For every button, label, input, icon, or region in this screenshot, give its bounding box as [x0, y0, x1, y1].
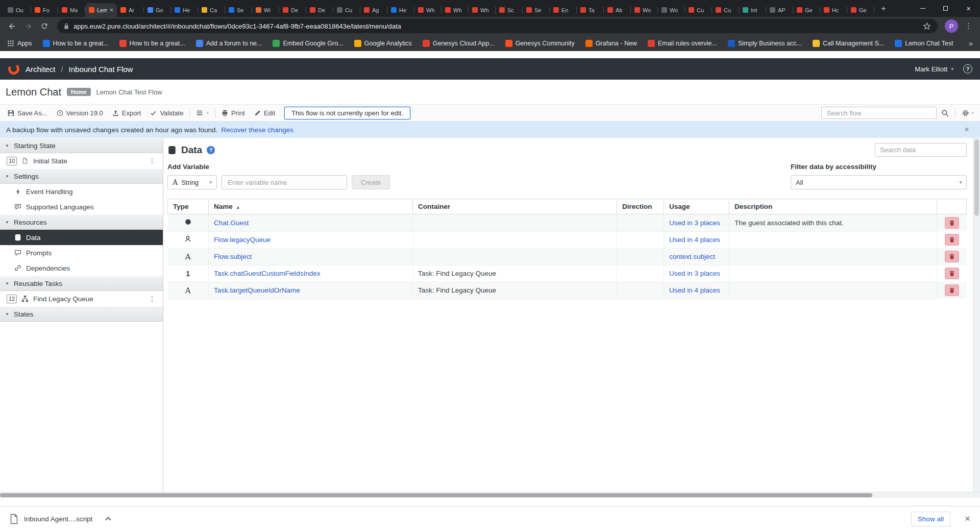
window-close-button[interactable]: ×	[957, 0, 980, 17]
browser-tab[interactable]: Fo	[31, 3, 58, 17]
browser-tab[interactable]: Ma	[58, 3, 85, 17]
bookmark-item[interactable]: Genesys Community	[505, 40, 575, 47]
window-minimize-button[interactable]	[911, 0, 934, 17]
horizontal-scrollbar[interactable]	[0, 492, 980, 498]
export-button[interactable]: Export	[108, 105, 146, 121]
validate-button[interactable]: Validate	[145, 105, 188, 121]
browser-menu-icon[interactable]: ⋮	[961, 21, 976, 31]
sidebar-section-header[interactable]: ▼ States	[0, 306, 163, 322]
print-button[interactable]: Print	[217, 105, 250, 121]
browser-tab[interactable]: Lemon Chat Test Flow ×	[85, 3, 117, 17]
bookmarks-overflow-icon[interactable]: »	[969, 39, 973, 47]
usage-link[interactable]: Used in 3 places	[669, 219, 720, 227]
column-header[interactable]: Type	[168, 199, 209, 214]
chevron-up-icon[interactable]	[106, 517, 111, 522]
download-item[interactable]: Inbound Agent....script	[10, 514, 110, 524]
help-icon[interactable]: ?	[963, 64, 972, 74]
bookmark-item[interactable]: How to be a great...	[119, 40, 185, 47]
browser-tab[interactable]: Wi	[252, 3, 279, 17]
delete-variable-button[interactable]	[945, 268, 959, 279]
show-all-button[interactable]: Show all	[911, 512, 950, 526]
sidebar-item[interactable]: 10 Initial State ⋮	[0, 153, 163, 168]
column-header[interactable]: Container	[413, 199, 617, 214]
bookmark-item[interactable]: Add a forum to ne...	[196, 40, 262, 47]
horizontal-scrollbar-thumb[interactable]	[0, 493, 872, 497]
usage-link[interactable]: Used in 4 places	[669, 286, 720, 294]
bookmark-item[interactable]: Genesys Cloud App...	[423, 40, 495, 47]
window-maximize-button[interactable]	[934, 0, 957, 17]
browser-tab[interactable]: Ge	[847, 3, 874, 17]
bookmark-item[interactable]: Grafana - New	[585, 40, 637, 47]
browser-tab[interactable]: He	[387, 3, 414, 17]
item-menu-icon[interactable]: ⋮	[149, 157, 158, 165]
settings-dropdown[interactable]: ▾	[962, 109, 974, 117]
sidebar-item[interactable]: Event Handling	[0, 184, 163, 199]
create-variable-button[interactable]: Create	[352, 175, 390, 189]
save-as-button[interactable]: Save As...	[3, 105, 52, 121]
browser-tab[interactable]: Wh	[469, 3, 496, 17]
bookmark-item[interactable]: Simply Business acc...	[728, 40, 802, 47]
column-header[interactable]: Name▲	[209, 199, 413, 214]
browser-tab[interactable]: AP	[766, 3, 793, 17]
downloads-close-icon[interactable]: ×	[965, 513, 970, 524]
browser-tab[interactable]: Ag	[360, 3, 387, 17]
usage-link[interactable]: context.subject	[669, 253, 715, 260]
data-help-icon[interactable]: ?	[207, 146, 215, 154]
sidebar-section-header[interactable]: ▼ Reusable Tasks	[0, 276, 163, 291]
variable-name-link[interactable]: Flow.legacyQueue	[214, 236, 271, 244]
column-header[interactable]: Description	[729, 199, 937, 214]
bookmark-item[interactable]: Email rules overvie...	[648, 40, 717, 47]
browser-tab[interactable]: Ar	[117, 3, 144, 17]
browser-tab[interactable]: Cu	[333, 3, 360, 17]
bookmark-item[interactable]: Apps	[7, 40, 32, 47]
browser-tab[interactable]: Cu	[712, 3, 739, 17]
bookmark-item[interactable]: Google Analytics	[354, 40, 412, 47]
browser-tab[interactable]: Ta	[577, 3, 604, 17]
browser-tab[interactable]: Ca	[198, 3, 225, 17]
usage-link[interactable]: Used in 4 places	[669, 236, 720, 244]
usage-link[interactable]: Used in 3 places	[669, 270, 720, 277]
browser-tab[interactable]: Sc	[496, 3, 523, 17]
breadcrumb-product[interactable]: Architect	[26, 65, 55, 74]
bookmark-item[interactable]: Embed Google Gro...	[273, 40, 343, 47]
delete-variable-button[interactable]	[945, 251, 959, 262]
browser-tab[interactable]: Go	[144, 3, 171, 17]
item-menu-icon[interactable]: ⋮	[149, 295, 158, 303]
variable-name-link[interactable]: Task.targetQueueIdOrName	[214, 286, 300, 294]
back-button[interactable]	[4, 18, 19, 34]
bookmark-item[interactable]: How to be a great...	[43, 40, 109, 47]
browser-tab[interactable]: Ab	[604, 3, 631, 17]
search-data-input[interactable]	[875, 143, 967, 157]
browser-tab[interactable]: Wo	[658, 3, 685, 17]
sidebar-item[interactable]: Prompts	[0, 245, 163, 260]
browser-tab[interactable]: Wh	[442, 3, 469, 17]
browser-tab[interactable]: Se	[523, 3, 550, 17]
sidebar-item[interactable]: Supported Languages	[0, 199, 163, 214]
new-tab-button[interactable]: +	[877, 3, 890, 15]
forward-button[interactable]	[20, 18, 36, 34]
view-options-dropdown[interactable]: ▾	[191, 105, 213, 121]
browser-tab[interactable]: De	[306, 3, 333, 17]
version-button[interactable]: Version 19.0	[52, 105, 108, 121]
accessibility-filter-select[interactable]: All ▾	[791, 175, 967, 189]
variable-name-input[interactable]	[222, 175, 347, 189]
bookmark-item[interactable]: Lemon Chat Test	[895, 40, 953, 47]
vertical-scrollbar[interactable]	[973, 138, 980, 492]
browser-tab[interactable]: Hc	[820, 3, 847, 17]
browser-tab[interactable]: Se	[225, 3, 252, 17]
delete-variable-button[interactable]	[945, 217, 959, 229]
browser-tab[interactable]: Wo	[631, 3, 658, 17]
bookmark-item[interactable]: Call Management S...	[813, 40, 884, 47]
browser-tab[interactable]: Wh	[414, 3, 442, 17]
sidebar-section-header[interactable]: ▼ Starting State	[0, 138, 163, 153]
column-header[interactable]: Direction	[617, 199, 664, 214]
browser-tab[interactable]: Int	[739, 3, 766, 17]
tab-close-icon[interactable]: ×	[110, 7, 113, 13]
edit-button[interactable]: Edit	[250, 105, 280, 121]
sidebar-item[interactable]: Data	[0, 230, 163, 245]
browser-tab[interactable]: Cu	[685, 3, 712, 17]
address-bar[interactable]: apps.euw2.pure.cloud/architect/#/inbound…	[57, 19, 938, 33]
vertical-scrollbar-thumb[interactable]	[974, 139, 979, 216]
bookmark-star-icon[interactable]	[923, 22, 931, 30]
browser-tab[interactable]: He	[171, 3, 198, 17]
